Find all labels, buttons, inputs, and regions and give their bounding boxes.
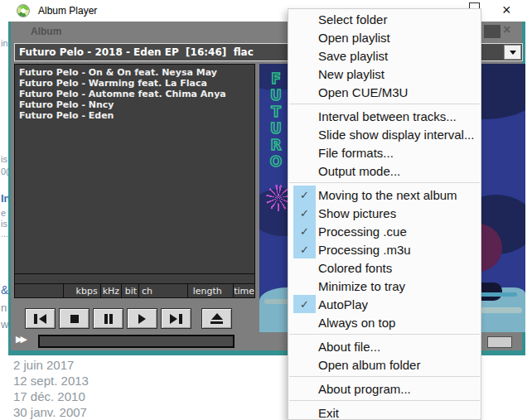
background-text-fragment: e: [1, 208, 6, 218]
menu-item-label: Interval between tracks...: [318, 109, 457, 123]
menu-separator: [289, 104, 480, 104]
previous-button[interactable]: [25, 308, 56, 329]
combobox-dropdown-button[interactable]: [504, 45, 521, 60]
art-letter: O: [264, 153, 288, 170]
menu-item-label: File formats...: [318, 146, 394, 160]
menu-item-about-program[interactable]: About program...: [288, 379, 481, 398]
menu-item-minimize-to-tray[interactable]: Minimize to tray: [288, 277, 481, 295]
close-button[interactable]: ×: [502, 1, 511, 19]
menu-item-label: Colored fonts: [318, 261, 392, 275]
menu-item-moving-to-the-next-album[interactable]: ✓Moving to the next album: [288, 186, 481, 204]
menu-item-label: Slide show display interval...: [318, 128, 474, 142]
checkmark-icon: ✓: [293, 240, 316, 258]
checkmark-icon: [293, 403, 316, 420]
menu-item-new-playlist[interactable]: New playlist: [288, 65, 481, 83]
pause-button[interactable]: [93, 308, 123, 329]
play-button[interactable]: [127, 308, 157, 329]
art-letter: U: [264, 120, 288, 137]
checkmark-icon: [293, 258, 316, 277]
checkmark-icon: [293, 28, 316, 46]
stop-button[interactable]: [59, 308, 89, 329]
menu-item-label: Minimize to tray: [318, 279, 405, 293]
eject-icon: [210, 321, 223, 324]
art-letter: T: [264, 104, 288, 120]
pause-icon: [109, 314, 113, 324]
date-row[interactable]: 17 déc. 2010: [13, 389, 89, 404]
album-panel-button[interactable]: [484, 25, 501, 38]
background-text-fragment: is: [1, 154, 7, 164]
menu-item-show-pictures[interactable]: ✓Show pictures: [288, 204, 481, 222]
next-icon: [170, 314, 177, 324]
menu-item-exit[interactable]: Exit: [288, 403, 481, 420]
checkmark-icon: [293, 10, 316, 28]
transport-controls: [25, 308, 232, 329]
status-cell-bit: bit: [121, 284, 138, 297]
playlist-track[interactable]: Futuro Pelo - Nncy: [19, 99, 254, 110]
chevron-down-icon: [510, 51, 516, 58]
menu-item-label: Show pictures: [318, 206, 396, 220]
checkmark-icon: [293, 355, 316, 374]
menu-item-open-playlist[interactable]: Open playlist: [288, 28, 481, 46]
playlist-track[interactable]: Futuro Pelo - Automne feat. Chima Anya: [19, 89, 254, 99]
art-letter: R: [264, 137, 288, 153]
menu-item-always-on-top[interactable]: Always on top: [288, 313, 481, 331]
scroll-thumb[interactable]: [487, 336, 512, 348]
art-letter: U: [264, 87, 288, 104]
next-button[interactable]: [161, 308, 191, 329]
status-cell-kbps: kbps: [63, 284, 99, 297]
seek-bar[interactable]: [38, 335, 235, 348]
menu-item-output-mode[interactable]: Output mode...: [288, 162, 481, 180]
date-row[interactable]: 30 janv. 2007: [13, 404, 89, 420]
checkmark-icon: ✓: [293, 186, 316, 204]
menu-item-autoplay[interactable]: ✓AutoPlay: [288, 295, 481, 313]
date-row[interactable]: 12 sept. 2013: [13, 373, 89, 389]
menu-separator: [289, 400, 480, 401]
checkmark-icon: [293, 65, 316, 83]
album-panel-close-icon[interactable]: ×: [503, 22, 510, 37]
menu-item-label: AutoPlay: [318, 297, 368, 311]
status-cell-empty: [15, 284, 63, 297]
context-menu: Select folderOpen playlistSave playlistN…: [288, 8, 481, 420]
previous-icon: [34, 314, 37, 324]
menu-item-label: About file...: [318, 340, 380, 354]
playlist-track[interactable]: Futuro Pelo - On & On feat. Neysa May: [19, 67, 254, 78]
date-row[interactable]: 2 juin 2017: [13, 357, 89, 373]
album-panel-title: Album: [31, 26, 61, 37]
menu-item-open-cue-m3u[interactable]: Open CUE/M3U: [288, 83, 481, 101]
window-title: Album Player: [38, 5, 97, 17]
menu-item-file-formats[interactable]: File formats...: [288, 143, 481, 162]
menu-item-label: New playlist: [318, 67, 384, 81]
pause-icon: [104, 314, 108, 324]
menu-item-processing-cue[interactable]: ✓Processing .cue: [288, 222, 481, 240]
status-cell-length: length: [187, 284, 233, 297]
menu-item-label: Processing .cue: [318, 224, 407, 239]
menu-item-label: Save playlist: [318, 49, 388, 63]
menu-item-open-album-folder[interactable]: Open album folder: [288, 355, 481, 374]
playlist-track[interactable]: Futuro Pelo - Warming feat. La Flaca: [19, 78, 254, 89]
cd-icon: [17, 4, 30, 17]
menu-item-label: Processing .m3u: [318, 243, 411, 257]
menu-item-processing-m3u[interactable]: ✓Processing .m3u: [288, 240, 481, 258]
menu-item-label: Open playlist: [318, 31, 390, 45]
menu-item-about-file[interactable]: About file...: [288, 337, 481, 355]
menu-item-slide-show-display-interval[interactable]: Slide show display interval...: [288, 125, 481, 143]
checkmark-icon: [293, 46, 316, 65]
checkmark-icon: ✓: [293, 204, 316, 222]
menu-item-colored-fonts[interactable]: Colored fonts: [288, 258, 481, 277]
menu-item-select-folder[interactable]: Select folder: [288, 10, 481, 28]
playlist-track[interactable]: Futuro Pelo - Eden: [19, 110, 254, 121]
previous-icon: [39, 314, 46, 324]
checkmark-icon: [293, 162, 316, 180]
checkmark-icon: [293, 125, 316, 143]
background-text-fragment: n: [1, 302, 7, 314]
menu-item-save-playlist[interactable]: Save playlist: [288, 46, 481, 65]
playlist[interactable]: Futuro Pelo - On & On feat. Neysa MayFut…: [14, 64, 255, 274]
art-letter: F: [264, 70, 288, 87]
art-vertical-title: FUTURO: [264, 70, 288, 170]
next-icon: [179, 314, 182, 324]
menu-item-interval-between-tracks[interactable]: Interval between tracks...: [288, 107, 481, 125]
eject-button[interactable]: [201, 308, 232, 329]
menu-separator: [289, 334, 480, 335]
status-bar: kbpskHzbitchlengthtime: [14, 284, 255, 298]
checkmark-icon: [293, 379, 316, 398]
